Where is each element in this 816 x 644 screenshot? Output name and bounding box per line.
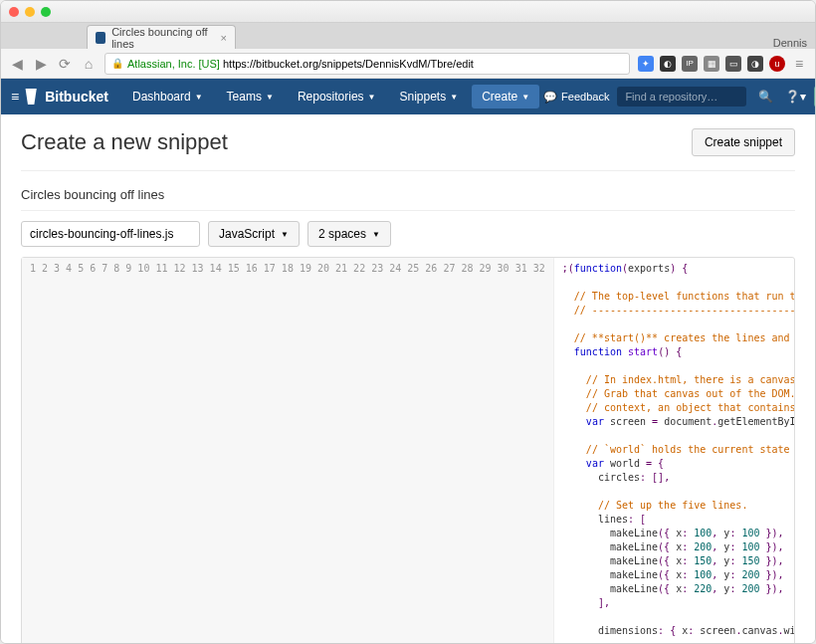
menu-icon[interactable]: ≡ (791, 56, 807, 72)
chevron-down-icon: ▼ (281, 230, 289, 239)
create-snippet-button[interactable]: Create snippet (692, 128, 795, 156)
ext-icon[interactable]: ▭ (725, 56, 741, 72)
feedback-link[interactable]: 💬Feedback (543, 91, 609, 104)
chevron-down-icon: ▼ (266, 93, 274, 102)
nav-dashboard[interactable]: Dashboard▼ (122, 84, 213, 109)
address-bar: ◀ ▶ ⟳ ⌂ 🔒 Atlassian, Inc. [US] https://b… (1, 49, 815, 79)
chevron-down-icon: ▼ (195, 93, 203, 102)
bitbucket-logo[interactable]: Bitbucket (23, 89, 108, 105)
extension-icons: ✦ ◐ IP ▦ ▭ ◑ u ≡ (638, 56, 807, 72)
window-controls (9, 7, 51, 17)
code-editor[interactable]: 1 2 3 4 5 6 7 8 9 10 11 12 13 14 15 16 1… (21, 257, 795, 643)
tab-title: Circles bouncing off lines (111, 26, 214, 50)
reload-button[interactable]: ⟳ (57, 56, 73, 72)
forward-button[interactable]: ▶ (33, 56, 49, 72)
bitbucket-favicon (96, 32, 105, 44)
url-org: Atlassian, Inc. [US] (127, 58, 220, 70)
page-header: Create a new snippet Create snippet (21, 114, 795, 171)
lock-icon: 🔒 (111, 58, 123, 69)
line-gutter: 1 2 3 4 5 6 7 8 9 10 11 12 13 14 15 16 1… (22, 258, 554, 643)
speech-icon: 💬 (543, 91, 557, 104)
nav-teams[interactable]: Teams▼ (217, 84, 284, 109)
nav-snippets[interactable]: Snippets▼ (390, 84, 469, 109)
hamburger-icon[interactable]: ≡ (11, 89, 19, 105)
close-tab-icon[interactable]: × (221, 32, 227, 44)
browser-tab[interactable]: Circles bouncing off lines × (87, 25, 236, 49)
create-button[interactable]: Create▼ (472, 85, 539, 108)
minimize-window-button[interactable] (25, 7, 35, 17)
file-toolbar: JavaScript▼ 2 spaces▼ (21, 210, 795, 257)
help-icon[interactable]: ❔▾ (784, 86, 806, 107)
ext-icon[interactable]: IP (682, 56, 698, 72)
titlebar (1, 1, 815, 23)
chevron-down-icon: ▼ (368, 93, 376, 102)
maximize-window-button[interactable] (41, 7, 51, 17)
url-path: https://bitbucket.org/snippets/DennisKvd… (223, 58, 474, 70)
chevron-down-icon: ▼ (450, 93, 458, 102)
home-button[interactable]: ⌂ (81, 56, 97, 72)
close-window-button[interactable] (9, 7, 19, 17)
search-icon[interactable]: 🔍 (754, 86, 776, 107)
profile-name: Dennis (773, 37, 815, 49)
back-button[interactable]: ◀ (9, 56, 25, 72)
ext-icon[interactable]: ✦ (638, 56, 654, 72)
ext-icon[interactable]: ▦ (704, 56, 719, 72)
bucket-icon (23, 89, 39, 105)
url-field[interactable]: 🔒 Atlassian, Inc. [US] https://bitbucket… (104, 53, 630, 75)
indent-select[interactable]: 2 spaces▼ (307, 221, 391, 247)
ext-icon[interactable]: ◐ (660, 56, 676, 72)
snippet-title-input[interactable] (21, 171, 795, 210)
page-title: Create a new snippet (21, 129, 228, 155)
tab-strip: Circles bouncing off lines × Dennis (1, 23, 815, 49)
search-input[interactable] (617, 87, 746, 107)
browser-window: Circles bouncing off lines × Dennis ◀ ▶ … (0, 0, 816, 644)
ublock-icon[interactable]: u (769, 56, 785, 72)
chevron-down-icon: ▼ (372, 230, 380, 239)
filename-input[interactable] (21, 221, 200, 247)
page-content: Create a new snippet Create snippet Java… (1, 114, 815, 643)
language-select[interactable]: JavaScript▼ (208, 221, 300, 247)
chevron-down-icon: ▼ (521, 93, 529, 102)
bitbucket-nav: ≡ Bitbucket Dashboard▼ Teams▼ Repositori… (1, 79, 815, 114)
nav-repositories[interactable]: Repositories▼ (288, 84, 386, 109)
ext-icon[interactable]: ◑ (747, 56, 763, 72)
code-area[interactable]: ;(function(exports) { // The top-level f… (554, 258, 794, 643)
